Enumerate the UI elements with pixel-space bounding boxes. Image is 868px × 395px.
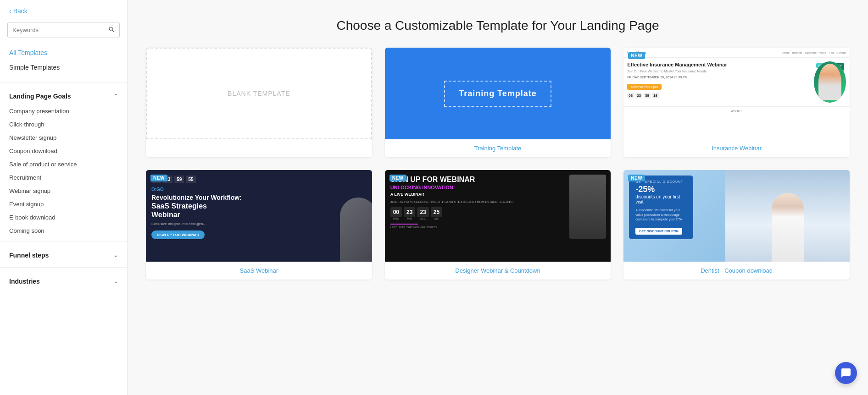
nav-link-video: Video xyxy=(819,51,826,54)
templates-grid: BLANK TEMPLATE Training Template Trainin… xyxy=(146,48,850,280)
sidebar-item-coupon-download[interactable]: Coupon download xyxy=(0,144,127,158)
sidebar-item-coming-soon[interactable]: Coming soon xyxy=(0,224,127,237)
training-preview: Training Template xyxy=(385,48,611,139)
template-card-blank[interactable]: BLANK TEMPLATE xyxy=(146,48,372,157)
dentist-discount-value: -25% xyxy=(635,185,687,193)
designer-timer-s: 23 SEC xyxy=(417,207,428,220)
dentist-support-text: A supporting statement for your value pr… xyxy=(635,208,687,221)
insurance-text: Effective Insurance Management Webinar J… xyxy=(627,61,810,103)
back-button[interactable]: ‹ Back xyxy=(0,0,127,22)
blank-preview: BLANK TEMPLATE xyxy=(146,48,372,139)
designer-template-link[interactable]: Designer Webinar & Countdown xyxy=(385,262,611,280)
insurance-image-area: Online FORFree xyxy=(814,61,846,103)
back-label: Back xyxy=(13,7,28,15)
dentist-on-text: discounts on your first visit xyxy=(635,194,687,204)
sidebar-item-sale-product-service[interactable]: Sale of product or service xyxy=(0,158,127,171)
chat-button[interactable] xyxy=(835,362,857,384)
dentist-preview-bg: GET SPECIAL DISCOUNT -25% discounts on y… xyxy=(623,170,850,262)
sidebar-item-simple-templates[interactable]: Simple Templates xyxy=(0,60,127,75)
sidebar-item-company-presentation[interactable]: Company presentation xyxy=(0,104,127,118)
insurance-nav: LogoName About Benefits Speakers Video F… xyxy=(623,48,850,58)
saas-template-link[interactable]: SaaS Webinar xyxy=(146,262,372,280)
sidebar-item-ebook-download[interactable]: E-book download xyxy=(0,211,127,224)
sidebar-item-newsletter-signup[interactable]: Newsletter signup xyxy=(0,131,127,144)
training-template-link[interactable]: Training Template xyxy=(385,139,611,157)
industries-header[interactable]: Industries ⌄ xyxy=(0,271,127,290)
new-badge-saas: NEW xyxy=(150,175,167,181)
insurance-timer-h: 06 xyxy=(627,93,634,99)
insurance-time: 20:30 PM xyxy=(674,76,688,79)
template-card-saas[interactable]: NEW 06 23 59 55 O:GO Revolutionize Your … xyxy=(146,170,372,280)
saas-timer-s: 59 xyxy=(174,176,184,183)
saas-cta: SIGN UP FOR WEBINAR xyxy=(151,230,205,239)
divider-3 xyxy=(0,267,127,268)
new-badge-designer: NEW xyxy=(389,175,406,181)
dentist-person-body xyxy=(772,193,804,262)
saas-brand: O:GO xyxy=(151,187,367,192)
insurance-cta: Reserve Your Spot xyxy=(627,84,661,90)
designer-underline-decoration xyxy=(390,224,418,225)
page-title: Choose a Customizable Template for Your … xyxy=(146,18,850,33)
designer-timer-ms: 25 MS xyxy=(431,207,442,220)
divider-1 xyxy=(0,82,127,82)
landing-page-goals-header[interactable]: Landing Page Goals ⌃ xyxy=(0,86,127,104)
nav-link-speakers: Speakers xyxy=(805,51,816,54)
funnel-steps-header[interactable]: Funnel steps ⌄ xyxy=(0,245,127,263)
sidebar-item-recruitment[interactable]: Recruitment xyxy=(0,171,127,184)
back-chevron-icon: ‹ xyxy=(9,7,11,15)
blank-template-link-label xyxy=(146,139,372,150)
insurance-nav-links: About Benefits Speakers Video Faq Contac… xyxy=(782,51,846,54)
insurance-preview-bg: LogoName About Benefits Speakers Video F… xyxy=(623,48,850,139)
dentist-doctor-silhouette xyxy=(725,170,850,262)
funnel-steps-label: Funnel steps xyxy=(9,252,49,259)
designer-timer-m: 23 MIN xyxy=(404,207,415,220)
landing-page-goals-items: Company presentation Click-through Newsl… xyxy=(0,104,127,237)
landing-page-goals-chevron-icon: ⌃ xyxy=(113,93,118,99)
insurance-template-link[interactable]: Insurance Webinar xyxy=(623,139,850,157)
search-input[interactable] xyxy=(8,23,104,37)
search-button[interactable] xyxy=(104,22,119,38)
insurance-subtitle: Join Our Free Webinar to Master Your Ins… xyxy=(627,70,810,73)
blank-template-label: BLANK TEMPLATE xyxy=(228,90,290,97)
main-content: Choose a Customizable Template for Your … xyxy=(128,0,868,395)
training-preview-text: Training Template xyxy=(444,81,551,107)
insurance-person-shape xyxy=(818,64,841,100)
funnel-steps-chevron-icon: ⌄ xyxy=(113,252,118,258)
designer-preview-bg: SIGN UP FOR WEBINAR UNLOCKING INNOVATION… xyxy=(385,170,611,262)
chat-icon xyxy=(840,368,851,379)
nav-link-about: About xyxy=(782,51,790,54)
nav-link-benefits: Benefits xyxy=(792,51,802,54)
blank-preview-inner: BLANK TEMPLATE xyxy=(146,48,372,139)
saas-mic-decoration xyxy=(340,198,372,262)
template-card-designer[interactable]: NEW SIGN UP FOR WEBINAR UNLOCKING INNOVA… xyxy=(385,170,611,280)
template-card-dentist[interactable]: NEW GET SPECIAL DISCOUNT -25% discounts … xyxy=(623,170,850,280)
insurance-timer-m: 23 xyxy=(635,93,642,99)
training-template-label: Training Template xyxy=(459,89,537,98)
designer-person-shape xyxy=(569,175,606,239)
saas-title: Revolutionize Your Workflow:SaaS Strateg… xyxy=(151,194,367,219)
sidebar-item-all-templates[interactable]: All Templates xyxy=(0,45,127,60)
insurance-day: FRIDAY xyxy=(627,76,639,79)
dentist-discount-card: GET SPECIAL DISCOUNT -25% discounts on y… xyxy=(629,176,693,239)
sidebar-item-webinar-signup[interactable]: Webinar signup xyxy=(0,184,127,198)
insurance-timer-ms: 18 xyxy=(652,93,659,99)
landing-page-goals-label: Landing Page Goals xyxy=(9,93,71,100)
designer-preview: NEW SIGN UP FOR WEBINAR UNLOCKING INNOVA… xyxy=(385,170,611,262)
insurance-date: FRIDAY SEPTEMBER 20, 2024 20:30 PM xyxy=(627,76,810,79)
sidebar-item-click-through[interactable]: Click-through xyxy=(0,118,127,131)
designer-timer-h: 00 HRS xyxy=(390,207,402,220)
saas-preview: NEW 06 23 59 55 O:GO Revolutionize Your … xyxy=(146,170,372,262)
nav-link-contact: Contact xyxy=(836,51,846,54)
training-preview-bg: Training Template xyxy=(385,48,611,139)
template-card-training[interactable]: Training Template Training Template xyxy=(385,48,611,157)
saas-preview-bg: 06 23 59 55 O:GO Revolutionize Your Work… xyxy=(146,170,372,262)
insurance-timer: 06 23 58 18 xyxy=(627,93,810,99)
template-card-insurance[interactable]: NEW LogoName About Benefits Speakers Vid… xyxy=(623,48,850,157)
insurance-title: Effective Insurance Management Webinar xyxy=(627,61,810,68)
dentist-template-link[interactable]: Dentist - Coupon download xyxy=(623,262,850,280)
dentist-preview: NEW GET SPECIAL DISCOUNT -25% discounts … xyxy=(623,170,850,262)
saas-subtitle: Exclusive Insights Into next-gen... xyxy=(151,222,367,226)
insurance-person-circle xyxy=(814,61,846,103)
sidebar-nav: All Templates Simple Templates xyxy=(0,45,127,78)
sidebar-item-event-signup[interactable]: Event signup xyxy=(0,198,127,211)
